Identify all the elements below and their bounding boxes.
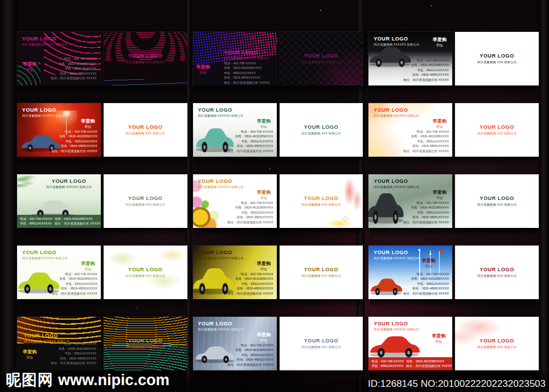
- contact-row-fax: 传真：0826-4632089XXXX: [51, 346, 96, 352]
- card-logo-text: YOUR LOGO: [198, 107, 243, 113]
- contact-value: 0826-48991XXXXX: [69, 72, 97, 75]
- card-person-name: 李爱购: [81, 118, 95, 124]
- card-company-name: 四川省爱购网 XXXXXX 有限公司: [374, 43, 419, 47]
- business-card-back: YOUR LOGO 四川省爱购网 XXX 有限公司: [280, 32, 363, 85]
- contact-value: 四川省清溪路社区 XXXXX: [416, 364, 452, 368]
- card-logo-block: YOUR LOGO 四川省爱购网 XXXXXX 有限公司: [374, 36, 419, 47]
- card-person-name: 李爱购: [23, 61, 36, 67]
- contact-label: 地址：: [51, 76, 60, 80]
- contact-label: 咨询：: [236, 358, 246, 361]
- contact-label: 传真：: [411, 206, 421, 209]
- card-logo-text: YOUR LOGO: [480, 124, 514, 130]
- contact-value: 8991141XXXXX: [75, 140, 97, 143]
- contact-row-inquiry: 咨询：0826-48991XXXXX: [403, 215, 449, 220]
- card-person-title: 职位: [422, 264, 436, 268]
- contact-label: 电话：: [241, 130, 251, 133]
- card-cell-lime-sports-car: YOUR LOGO 四川省爱购网 XXXXXX 有限公司 李爱购 职位 电话：4…: [17, 246, 187, 299]
- card-person-name: 李爱购: [257, 332, 271, 338]
- contact-row-phone: 电话：400-708-XXXXX: [52, 129, 97, 134]
- card-company-name: 四川省爱购网 XXX 有限公司: [301, 274, 341, 278]
- contact-label: 咨询：: [224, 76, 233, 79]
- card-logo-text: YOUR LOGO: [374, 36, 419, 42]
- contact-value: 四川省清溪路社区 XXXXX: [233, 81, 269, 84]
- card-contact-info: 电话：400-708-XXXXX 传真：0826-4632089XXXX 手机：…: [227, 343, 273, 368]
- card-person-block: 李爱购 职位: [81, 260, 95, 271]
- card-person-block: 李爱购 职位: [81, 118, 95, 129]
- card-company-name: 四川省爱购网 XXX 有限公司: [477, 274, 517, 278]
- contact-label: 地址：: [55, 222, 64, 225]
- contact-row-phone: 电话：400-708-XXXXX: [227, 272, 273, 277]
- card-logo-block: YOUR LOGO 四川省爱购网 XXXXXX 有限公司: [224, 50, 269, 60]
- contact-label: 地址：: [51, 361, 60, 365]
- card-person-title: 职位: [433, 43, 446, 47]
- contact-value: 400-708-XXXXX: [250, 272, 273, 276]
- contact-label: 传真：: [235, 134, 245, 138]
- card-person-block: 李爱购 职位: [433, 36, 446, 47]
- card-logo-text: YOUR LOGO: [128, 338, 162, 344]
- contact-row-phone: 电话：400-708-XXXXX: [227, 201, 273, 206]
- card-cell-red-night-car: YOUR LOGO 四川省爱购网 XXXXXX 有限公司 李爱购 职位 电话：4…: [17, 103, 187, 157]
- card-company-name: 四川省爱购网 XXXXXX 有限公司: [374, 328, 419, 332]
- contact-value: 四川省清溪路社区 XXXXX: [412, 149, 449, 153]
- contact-label: 手机：: [417, 282, 427, 285]
- contact-value: 8991141XXXXX: [427, 140, 449, 143]
- contact-value: 四川省清溪路社区 XXXXX: [237, 363, 273, 366]
- contact-label: 传真：: [235, 277, 245, 280]
- business-card-front: YOUR LOGO 四川省爱购网 XXXXXX 有限公司 李爱购 职位 电话：4…: [17, 174, 101, 228]
- contact-row-address: 地址：四川省清溪路社区 XXXXX: [55, 221, 100, 226]
- contact-label: 咨询：: [412, 73, 422, 76]
- card-contact-info: 电话：400-708-XXXXX 传真：0826-4632089XXXX 手机：…: [403, 272, 449, 296]
- contact-value: 0826-4632089XXXX: [420, 206, 449, 209]
- card-logo-text: YOUR LOGO: [128, 53, 162, 59]
- card-cell-sunflower-floral: YOUR LOGO 四川省爱购网 XXXXXX 有限公司 李爱购 职位 电话：4…: [193, 174, 363, 228]
- contact-label: 传真：: [59, 277, 69, 280]
- card-person-title: 职位: [257, 125, 271, 129]
- contact-value: 0826-4632089XXXX: [244, 277, 273, 280]
- card-back-decoration: [280, 32, 363, 85]
- business-card-front: YOUR LOGO 四川省爱购网 XXXXXX 有限公司 李爱购 职位 电话：4…: [17, 317, 101, 370]
- card-person-name: 李爱购: [432, 333, 445, 339]
- business-card-back: YOUR LOGO 四川省爱购网 XXX 有限公司: [455, 246, 539, 299]
- contact-row-inquiry: 咨询：0826-48991XXXXX: [51, 71, 96, 76]
- card-company-name: 四川省爱购网 XXX 有限公司: [301, 345, 341, 349]
- contact-row-mobile: 手机：8991141XXXXX: [227, 139, 273, 144]
- contact-value: 0826-4632089XXXX: [68, 62, 96, 66]
- card-person-name: 李爱购: [433, 118, 446, 124]
- business-card-back: YOUR LOGO 四川省爱购网 XXX 有限公司: [455, 317, 539, 370]
- contact-value: 400-708-XXXXX: [426, 272, 449, 276]
- contact-value: 400-708-XXXXX: [250, 201, 273, 205]
- contact-label: 传真：: [59, 134, 69, 138]
- contact-label: 传真：: [224, 66, 233, 70]
- card-company-name: 四川省爱购网 XXX 有限公司: [477, 203, 517, 207]
- contact-value: 四川省清溪路社区 XXXXX: [412, 78, 449, 81]
- card-contact-info: 电话：400-708-XXXXX 传真：0826-4632089XXXX 手机：…: [227, 272, 273, 296]
- contact-label: 电话：: [416, 130, 426, 133]
- card-person-block: 李爱购 职位: [433, 189, 446, 200]
- contact-row-phone: 电话：400-708-XXXXX: [51, 341, 96, 346]
- card-cell-green-bamboo-sedan: YOUR LOGO 四川省爱购网 XXXXXX 有限公司 李爱购 职位 电话：4…: [17, 174, 187, 228]
- contact-row-address: 地址：四川省清溪路社区 XXXXX: [403, 291, 449, 296]
- card-person-block: 李爱购 职位: [433, 118, 446, 129]
- card-person-name: 李爱购: [422, 258, 436, 264]
- contact-row-address: 地址：四川省清溪路社区 XXXXX: [227, 291, 273, 296]
- contact-row-mobile: 手机：8991141XXXXX: [52, 281, 97, 287]
- card-logo-text: YOUR LOGO: [304, 338, 338, 344]
- card-person-name: 李爱购: [23, 349, 36, 355]
- business-card-back: YOUR LOGO 四川省爱购网 XXX 有限公司: [104, 103, 187, 157]
- card-cell-gray-green-scooter: YOUR LOGO 四川省爱购网 XXXXXX 有限公司 李爱购 职位 电话：4…: [368, 174, 539, 228]
- contact-label: 手机：: [241, 211, 251, 214]
- watermark-site-url: www.nipic.com: [58, 371, 170, 389]
- contact-row-address: 地址：四川省清溪路社区 XXXXX: [51, 361, 96, 366]
- contact-value: 四川省清溪路社区 XXXXX: [64, 222, 100, 225]
- contact-value: 400-708-XXXXX: [426, 130, 449, 133]
- card-company-name: 四川省爱购网 XXXXXX 有限公司: [374, 114, 419, 118]
- contact-label: 电话：: [241, 272, 251, 276]
- contact-value: 四川省清溪路社区 XXXXX: [60, 361, 97, 365]
- contact-row-mobile: 手机：8991141XXXXX: [403, 210, 449, 215]
- contact-value: 8991141XXXXX: [75, 282, 97, 285]
- contact-label: 传真：: [55, 217, 64, 220]
- contact-row-inquiry: 咨询：0826-48991XXXXX: [227, 144, 273, 149]
- card-company-name: 四川省爱购网 XXX 有限公司: [477, 60, 517, 64]
- card-logo-text: YOUR LOGO: [374, 321, 419, 326]
- business-card-front: YOUR LOGO 四川省爱购网 XXXXXX 有限公司 李爱购 职位 电话：4…: [193, 246, 277, 299]
